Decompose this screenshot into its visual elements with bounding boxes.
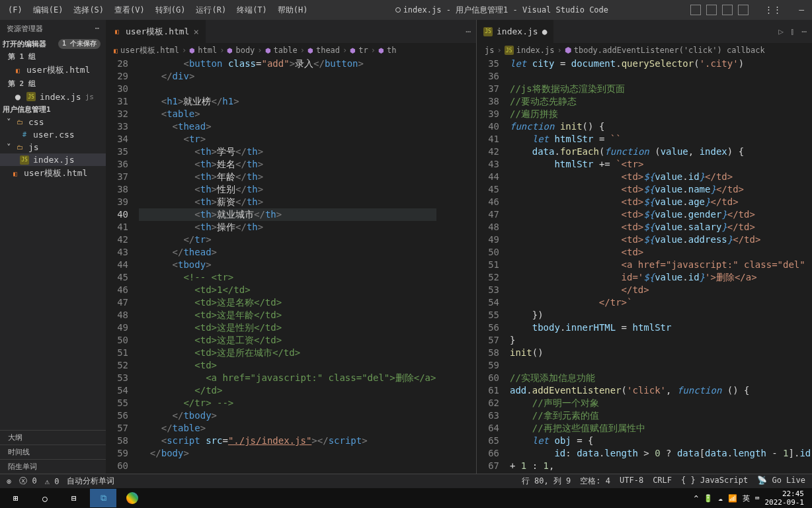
breadcrumb-2[interactable]: js› JSindex.js› ⬢tbody.addEventListener(… [477,43,812,58]
layout-icon[interactable] [706,5,717,15]
tab-userhtml[interactable]: ◧ user模板.html × [106,20,206,43]
menubar: (F) 编辑(E) 选择(S) 查看(V) 转到(G) 运行(R) 终端(T) … [0,0,812,20]
vscode-taskbar-icon[interactable]: ⧉ [90,489,116,507]
code-editor-1[interactable]: 2829303132333435363738394041424344454647… [106,58,476,474]
group-1-label: 第 1 组 [0,50,106,63]
chrome-taskbar-icon[interactable] [119,489,145,507]
layout-controls: ⋮⋮ — [690,5,809,15]
timeline-section[interactable]: 时间线 [0,444,106,459]
layout-icon[interactable]: ⋮⋮ [764,5,775,15]
tray-icon[interactable]: 🔋 [704,494,713,503]
menu-run[interactable]: 运行(R) [190,2,231,19]
breadcrumb-1[interactable]: ◧user模板.html› ⬢html› ⬢body› ⬢table› ⬢the… [106,43,476,58]
ime-indicator[interactable]: 英 [743,493,750,503]
html-icon: ◧ [114,47,118,54]
js-icon: JS [483,27,493,36]
menu-help[interactable]: 帮助(H) [272,2,313,19]
strange-words-section[interactable]: 陌生单词 [0,459,106,474]
menu-terminal[interactable]: 终端(T) [231,2,272,19]
html-icon: ◧ [112,27,122,36]
menu-select[interactable]: 选择(S) [68,2,109,19]
folder-js[interactable]: ˅ 🗀 js [0,141,106,153]
more-icon[interactable]: ⋯ [466,26,471,36]
minimap[interactable] [436,58,476,474]
layout-icon[interactable] [738,5,749,15]
wifi-icon[interactable]: 📶 [728,494,737,503]
close-icon[interactable]: × [193,26,198,37]
keyboard-icon[interactable]: ⌨ [755,494,760,503]
menu-edit[interactable]: 编辑(E) [28,2,69,19]
modified-indicator: ● [13,91,22,102]
menu-view[interactable]: 查看(V) [109,2,150,19]
clock-date[interactable]: 2022-09-1 [764,498,804,507]
tray-icon[interactable]: ☁ [718,494,723,503]
go-live[interactable]: 📡 Go Live [757,476,805,487]
search-icon[interactable]: ○ [32,489,58,507]
indentation[interactable]: 空格: 4 [580,476,610,487]
explorer-title: 资源管理器 [7,24,43,34]
css-icon: # [20,130,29,140]
modified-indicator: ● [542,26,548,36]
layout-icon[interactable] [722,5,733,15]
file-userhtml[interactable]: ◧ user模板.html [0,166,106,181]
editor-group-2: JS index.js ● ▷ ⫿ ⋯ js› JSindex.js› ⬢tbo… [477,20,812,474]
unsaved-badge: 1 个未保存 [58,39,101,49]
taskbar: ⊞ ○ ⊟ ⧉ ^ 🔋 ☁ 📶 英 ⌨ 22:45 2022-09-1 [0,488,812,508]
language-mode[interactable]: { } JavaScript [681,476,748,487]
problems-errors[interactable]: ⓧ 0 [19,476,36,487]
remote-icon[interactable]: ⊗ [7,477,11,486]
split-icon[interactable]: ⫿ [790,26,795,36]
chevron-down-icon: ˅ [7,117,11,127]
problems-warnings[interactable]: ⚠ 0 [45,477,60,486]
open-editor-html[interactable]: ◧ user模板.html [0,63,106,77]
statusbar: ⊗ ⓧ 0 ⚠ 0 自动分析单词 行 80, 列 9 空格: 4 UTF-8 C… [0,474,812,488]
cursor-position[interactable]: 行 80, 列 9 [522,476,571,487]
open-editor-js[interactable]: ● JS index.js js [0,90,106,103]
sidebar: 资源管理器 ⋯ 打开的编辑器 1 个未保存 第 1 组 ◧ user模板.htm… [0,20,106,474]
file-indexjs[interactable]: JS index.js [0,153,106,166]
task-view-icon[interactable]: ⊟ [61,489,87,507]
more-icon[interactable]: ⋯ [95,24,99,34]
start-button[interactable]: ⊞ [3,489,29,507]
folder-icon: 🗀 [15,118,24,127]
project-section[interactable]: 用户信息管理1 [0,105,51,114]
folder-icon: 🗀 [15,143,24,152]
open-editors-section[interactable]: 打开的编辑器 [0,39,46,49]
folder-css[interactable]: ˅ 🗀 css [0,116,106,128]
html-icon: ◧ [13,65,22,75]
clock-time[interactable]: 22:45 [764,489,804,498]
tab-indexjs[interactable]: JS index.js ● [477,20,553,43]
code-editor-2[interactable]: 3536373839404142434445464748495051525354… [477,58,812,474]
auto-analyze[interactable]: 自动分析单词 [67,476,114,487]
tray-chevron-icon[interactable]: ^ [694,494,699,503]
js-icon: JS [505,46,514,55]
file-usercss[interactable]: # user.css [0,128,106,141]
chevron-down-icon: ˅ [7,142,11,152]
minimize-icon[interactable]: — [799,5,804,15]
more-icon[interactable]: ⋯ [801,26,807,36]
js-icon: JS [26,92,36,101]
eol[interactable]: CRLF [653,476,672,487]
editor-group-1: ◧ user模板.html × ⋯ ◧user模板.html› ⬢html› ⬢… [106,20,476,474]
html-icon: ◧ [11,169,20,178]
run-icon[interactable]: ▷ [778,26,784,36]
menu-goto[interactable]: 转到(G) [150,2,191,19]
js-icon: JS [20,155,29,165]
outline-section[interactable]: 大纲 [0,430,106,444]
window-title: index.js - 用户信息管理1 - Visual Studio Code [313,5,691,16]
group-2-label: 第 2 组 [0,77,106,90]
menu-file[interactable]: (F) [3,3,28,17]
layout-icon[interactable] [690,5,701,15]
encoding[interactable]: UTF-8 [620,476,643,487]
